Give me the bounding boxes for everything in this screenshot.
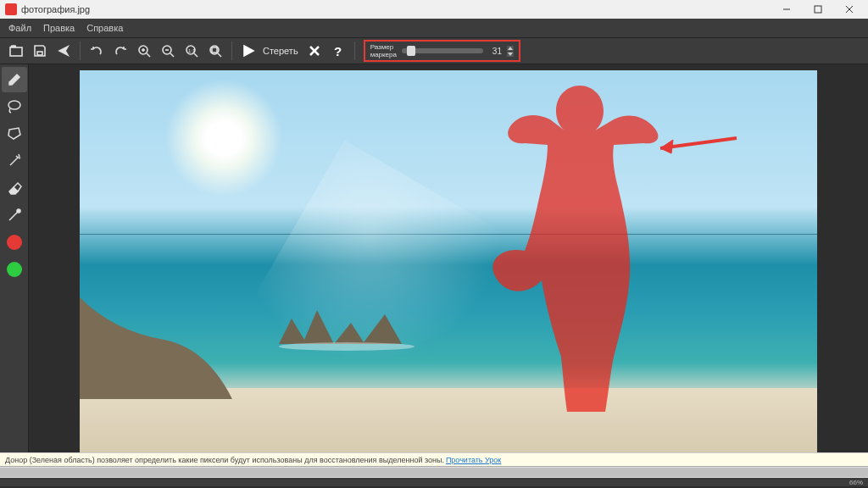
svg-line-23 <box>9 212 18 220</box>
tool-sidebar <box>0 64 29 466</box>
polygon-lasso-tool[interactable] <box>2 121 27 147</box>
menu-file[interactable]: Файл <box>8 23 31 33</box>
separator <box>80 42 81 60</box>
app-icon <box>5 3 17 15</box>
magic-wand-tool[interactable] <box>2 148 27 174</box>
svg-line-14 <box>194 53 198 57</box>
lasso-tool[interactable] <box>2 94 27 119</box>
eraser-tool[interactable] <box>2 175 27 201</box>
zoom-in-button[interactable] <box>133 40 155 62</box>
horizontal-scrollbar[interactable] <box>0 466 868 478</box>
svg-line-11 <box>170 53 174 57</box>
clear-selection-button[interactable] <box>303 40 326 62</box>
marker-size-spinner <box>507 46 514 57</box>
svg-rect-5 <box>37 52 42 55</box>
menu-edit[interactable]: Правка <box>43 23 75 33</box>
hint-link[interactable]: Прочитать Урок <box>446 456 501 464</box>
close-button[interactable] <box>836 1 863 18</box>
menubar: Файл Правка Справка <box>0 19 868 37</box>
rocks <box>275 293 419 354</box>
separator <box>354 42 355 60</box>
sun <box>164 79 283 197</box>
run-erase-button[interactable] <box>237 40 259 62</box>
canvas-area <box>29 64 868 466</box>
undo-button[interactable] <box>86 40 108 62</box>
red-mask-color[interactable] <box>2 230 27 255</box>
spinner-down[interactable] <box>507 52 514 57</box>
slider-thumb[interactable] <box>407 46 415 56</box>
svg-line-7 <box>147 53 150 57</box>
maximize-button[interactable] <box>804 1 832 18</box>
svg-line-17 <box>218 53 221 57</box>
zoom-out-button[interactable] <box>157 40 179 62</box>
marker-size-value: 31 <box>488 47 502 56</box>
menu-help[interactable]: Справка <box>86 23 123 33</box>
titlebar: фотография.jpg <box>0 0 868 19</box>
open-button[interactable] <box>5 40 27 62</box>
green-donor-color[interactable] <box>2 257 27 282</box>
statusbar: 66% <box>0 478 868 486</box>
image-stage[interactable] <box>80 70 817 460</box>
save-button[interactable] <box>29 40 51 62</box>
hint-bar: Донор (Зеленая область) позволяет опреде… <box>0 452 868 466</box>
spinner-up[interactable] <box>507 46 514 51</box>
svg-rect-18 <box>212 47 217 53</box>
share-button[interactable] <box>53 40 75 62</box>
marker-size-slider[interactable] <box>402 48 483 53</box>
workspace <box>0 64 868 466</box>
hint-text: Донор (Зеленая область) позволяет опреде… <box>5 456 444 464</box>
redo-button[interactable] <box>109 40 131 62</box>
svg-rect-4 <box>10 47 22 56</box>
minimize-button[interactable] <box>773 1 800 18</box>
main-toolbar: 1:1 Стереть ? Размер маркера 31 <box>0 37 868 64</box>
annotation-arrow <box>648 130 741 157</box>
svg-text:1:1: 1:1 <box>188 48 196 53</box>
svg-point-24 <box>17 209 20 213</box>
zoom-level: 66% <box>849 479 863 486</box>
help-button[interactable]: ? <box>327 40 349 62</box>
selection-mask-person <box>487 77 673 418</box>
color-picker-tool[interactable] <box>2 202 27 228</box>
run-erase-label[interactable]: Стереть <box>263 46 298 56</box>
svg-point-25 <box>279 342 415 351</box>
bottom-area: Донор (Зеленая область) позволяет опреде… <box>0 452 868 488</box>
marker-size-label: Размер маркера <box>370 43 397 58</box>
separator <box>231 42 232 60</box>
zoom-actual-button[interactable]: 1:1 <box>181 40 203 62</box>
scrollbar-thumb[interactable] <box>0 468 868 477</box>
svg-point-21 <box>8 101 20 109</box>
window-title: фотография.jpg <box>21 4 769 14</box>
canvas-holder[interactable] <box>29 64 868 466</box>
marker-size-group: Размер маркера 31 <box>364 40 520 62</box>
svg-rect-1 <box>815 6 821 13</box>
marker-tool[interactable] <box>2 67 27 92</box>
cliff <box>80 297 249 401</box>
zoom-fit-button[interactable] <box>204 40 226 62</box>
